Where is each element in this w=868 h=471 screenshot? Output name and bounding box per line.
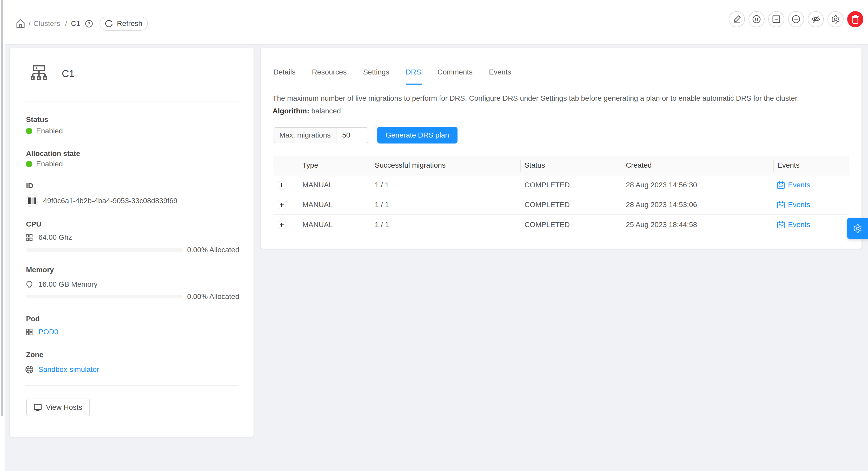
svg-text:?: ? <box>88 22 90 27</box>
